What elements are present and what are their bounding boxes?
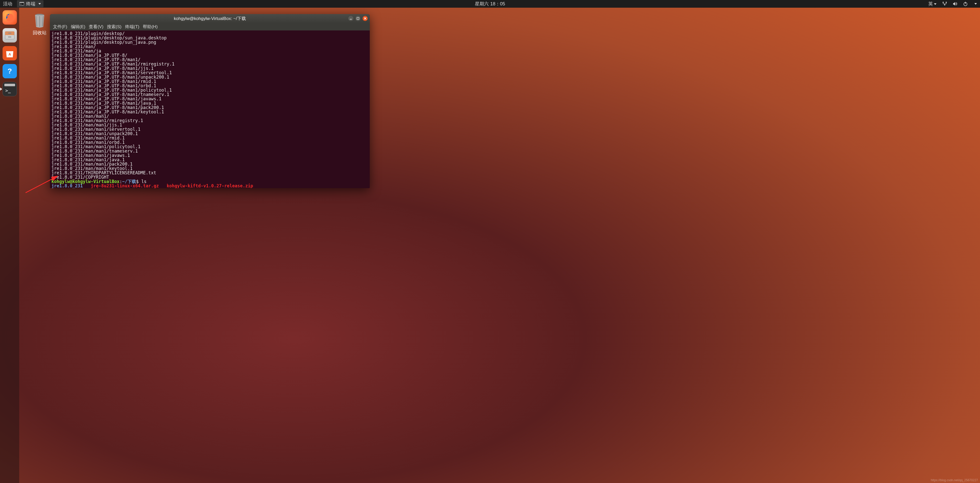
desktop-trash-label: 回收站 xyxy=(28,30,51,36)
activities-button[interactable]: 活动 xyxy=(3,1,12,7)
maximize-icon xyxy=(357,17,359,20)
window-maximize-button[interactable] xyxy=(355,16,361,21)
app-menu-label: 终端 xyxy=(26,1,35,7)
chevron-down-icon xyxy=(38,3,41,5)
svg-rect-18 xyxy=(357,18,359,19)
help-icon: ? xyxy=(4,65,15,77)
input-method-indicator[interactable]: 英 xyxy=(928,1,937,7)
chevron-down-icon xyxy=(974,3,977,5)
terminal-titlebar-icon xyxy=(4,84,15,86)
terminal-icon: >_ xyxy=(19,2,24,6)
clock-time: 18：05 xyxy=(490,1,505,7)
menu-file[interactable]: 文件(F) xyxy=(53,24,67,30)
launcher: A ? >_ xyxy=(0,8,19,483)
clock[interactable]: 星期六 18：05 xyxy=(475,1,505,7)
minimize-icon xyxy=(350,17,352,20)
clock-day: 星期六 xyxy=(475,1,489,7)
desktop-trash[interactable]: 回收站 xyxy=(28,13,51,36)
window-minimize-button[interactable] xyxy=(348,16,353,21)
firefox-icon xyxy=(5,12,15,22)
svg-rect-12 xyxy=(8,37,11,37)
svg-rect-3 xyxy=(943,2,943,3)
window-close-button[interactable] xyxy=(363,16,368,21)
window-menubar: 文件(F) 编辑(E) 查看(V) 搜索(S) 终端(T) 帮助(H) xyxy=(50,23,370,30)
svg-rect-11 xyxy=(8,33,11,33)
svg-text:?: ? xyxy=(8,67,12,75)
svg-rect-5 xyxy=(944,4,945,5)
shopping-bag-icon: A xyxy=(5,49,15,58)
terminal-body[interactable]: jre1.8.0_231/plugin/desktop/jre1.8.0_231… xyxy=(50,30,370,188)
menu-view[interactable]: 查看(V) xyxy=(89,24,103,30)
launcher-firefox[interactable] xyxy=(3,10,17,25)
trash-icon xyxy=(32,13,47,28)
window-title: kohgylw@kohgylw-VirtualBox: ~/下载 xyxy=(174,16,246,21)
terminal-window: kohgylw@kohgylw-VirtualBox: ~/下载 文件(F) 编… xyxy=(50,14,370,188)
launcher-terminal[interactable]: >_ xyxy=(3,82,17,96)
app-menu[interactable]: >_ 终端 xyxy=(17,0,43,8)
menu-edit[interactable]: 编辑(E) xyxy=(71,24,86,30)
power-icon[interactable] xyxy=(963,2,968,6)
menu-help[interactable]: 帮助(H) xyxy=(143,24,158,30)
top-panel: 活动 >_ 终端 星期六 18：05 英 xyxy=(0,0,980,8)
menu-search[interactable]: 搜索(S) xyxy=(107,24,121,30)
volume-icon[interactable] xyxy=(953,2,958,6)
window-titlebar[interactable]: kohgylw@kohgylw-VirtualBox: ~/下载 xyxy=(50,14,370,23)
menu-terminal[interactable]: 终端(T) xyxy=(125,24,140,30)
terminal-output-line: jre1.8.0_231/plugin/desktop/sun_java.png xyxy=(51,40,368,45)
svg-text:>_: >_ xyxy=(20,3,23,5)
launcher-software[interactable]: A xyxy=(3,46,17,61)
terminal-prompt-icon: >_ xyxy=(5,88,11,93)
chevron-down-icon xyxy=(934,3,937,5)
watermark: https://blog.csdn.net/qq_25670227 xyxy=(931,478,978,482)
launcher-files[interactable] xyxy=(3,28,17,43)
network-icon[interactable] xyxy=(942,2,947,6)
close-icon xyxy=(364,17,366,20)
launcher-help[interactable]: ? xyxy=(3,64,17,78)
svg-text:A: A xyxy=(8,52,11,56)
file-cabinet-icon xyxy=(5,31,15,40)
svg-rect-4 xyxy=(946,2,947,3)
